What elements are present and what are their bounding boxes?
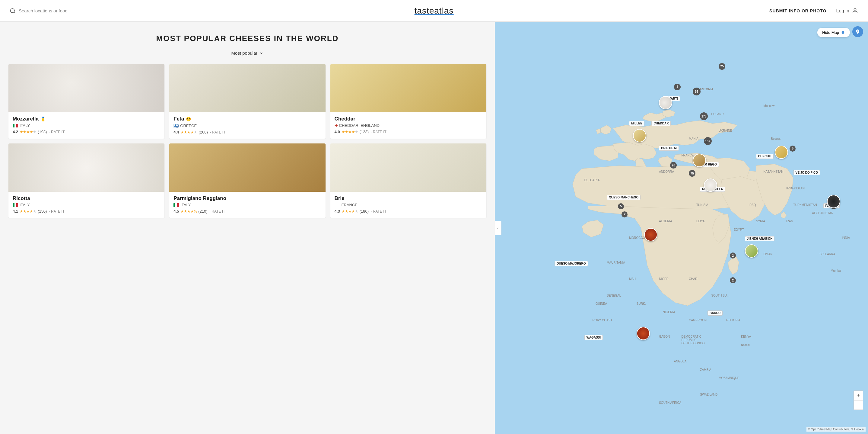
map-panel: ‹ Hide Map [495, 22, 868, 434]
cheese-name: Ricotta [13, 195, 160, 201]
rate-it-link[interactable]: · RATE IT [371, 209, 386, 213]
cheese-origin: ITALY [174, 203, 321, 207]
search-bar[interactable]: Search locations or food [10, 8, 68, 14]
site-logo[interactable]: tasteatlas [414, 6, 454, 16]
left-panel: MOST POPULAR CHEESES IN THE WORLD Most p… [0, 22, 495, 434]
map-img-parm [693, 154, 706, 167]
cheese-origin: ✚ CHEDDAR, ENGLAND [335, 123, 482, 128]
rate-it-link[interactable]: · RATE IT [49, 209, 65, 213]
map-toggle-button[interactable]: ‹ [495, 221, 501, 235]
cheese-card-ricotta[interactable]: Ricotta ITALY 4.1 ★★★★★ (150) · RATE IT [8, 143, 164, 218]
cheese-rating: 4.4 ★★★★★ (260) · RATE IT [174, 130, 321, 135]
logo-text: tasteatlas [414, 6, 454, 16]
svg-line-1 [14, 12, 15, 13]
world-map-svg [495, 22, 868, 434]
cheese-rating: 4.1 ★★★★★ (150) · RATE IT [13, 209, 160, 213]
map-img-jibneh [745, 244, 758, 258]
cheese-card-brie[interactable]: Brie FRANCE 4.3 ★★★★★ (180) · RATE IT [330, 143, 486, 218]
map-img-paneer [827, 195, 840, 208]
rate-it-link[interactable]: · RATE IT [210, 209, 225, 213]
cheese-rating: 4.0 ★★★★★ (123) · RATE IT [335, 129, 482, 134]
location-icon [841, 30, 845, 35]
locate-icon [855, 29, 861, 34]
cheese-origin: 🇬🇷 GREECE [174, 123, 321, 128]
zoom-in-button[interactable]: + [854, 390, 863, 400]
map-img-mozzarella [704, 178, 717, 192]
cheese-card-mozzarella[interactable]: Mozzarella 🥇 ITALY 4.2 ★★★★★ (193) · RAT… [8, 64, 164, 139]
user-icon [852, 7, 858, 14]
map-img-wagassi [637, 327, 650, 340]
main-layout: MOST POPULAR CHEESES IN THE WORLD Most p… [0, 22, 868, 434]
svg-point-2 [854, 8, 856, 10]
search-icon [10, 8, 16, 14]
cheese-rating: 4.2 ★★★★★ (193) · RATE IT [13, 129, 160, 134]
cheese-card-feta[interactable]: Feta 😊 🇬🇷 GREECE 4.4 ★★★★★ (260) · RATE … [169, 64, 325, 139]
login-button[interactable]: Log in [836, 7, 858, 14]
cheese-image [8, 64, 164, 112]
map-attribution: © OpenStreetMap Contributors, © Hoox.ai [806, 427, 866, 432]
map-img-chechil [775, 146, 788, 159]
header-right: SUBMIT INFO OR PHOTO Log in [769, 7, 858, 14]
submit-info-button[interactable]: SUBMIT INFO OR PHOTO [769, 8, 826, 13]
chevron-down-icon [259, 51, 264, 55]
cheese-image [330, 143, 486, 192]
locate-me-button[interactable] [852, 26, 863, 37]
cheese-grid: Mozzarella 🥇 ITALY 4.2 ★★★★★ (193) · RAT… [6, 64, 489, 218]
cheese-image [330, 64, 486, 112]
cheese-image [169, 64, 325, 112]
rate-it-link[interactable]: · RATE IT [371, 130, 386, 134]
cheese-name: Cheddar [335, 116, 482, 122]
rate-it-link[interactable]: · RATE IT [210, 130, 226, 135]
cheese-image [169, 143, 325, 192]
map-img-cheddar [633, 129, 646, 142]
filter-dropdown[interactable]: Most popular [231, 51, 264, 56]
rate-it-link[interactable]: · RATE IT [49, 130, 65, 134]
page-title: MOST POPULAR CHEESES IN THE WORLD [6, 34, 489, 43]
map-zoom-controls: + − [854, 390, 863, 410]
cheese-rating: 4.5 ★★★★½ (210) · RATE IT [174, 209, 321, 213]
search-placeholder: Search locations or food [19, 8, 68, 13]
cheese-card-cheddar[interactable]: Cheddar ✚ CHEDDAR, ENGLAND 4.0 ★★★★★ (12… [330, 64, 486, 139]
filter-bar: Most popular [6, 51, 489, 56]
map-img-havarti [659, 96, 672, 109]
svg-point-0 [10, 8, 14, 12]
map-background: ESTONIA POLAND UKRAINE Moscow Belarus KA… [495, 22, 868, 434]
cheese-origin: ITALY [13, 123, 160, 128]
cheese-name: Parmigiano Reggiano [174, 195, 321, 201]
header: Search locations or food tasteatlas SUBM… [0, 0, 868, 22]
map-img-majorero [644, 228, 657, 241]
cheese-name: Brie [335, 195, 482, 201]
zoom-out-button[interactable]: − [854, 400, 863, 410]
cheese-card-parmigiano-reggiano[interactable]: Parmigiano Reggiano ITALY 4.5 ★★★★½ (210… [169, 143, 325, 218]
cheese-name: Feta 😊 [174, 116, 321, 122]
cheese-name: Mozzarella 🥇 [13, 116, 160, 122]
hide-map-button[interactable]: Hide Map [817, 28, 850, 37]
cheese-rating: 4.3 ★★★★★ (180) · RATE IT [335, 209, 482, 213]
cheese-image [8, 143, 164, 192]
cheese-origin: ITALY [13, 203, 160, 207]
cheese-origin: FRANCE [335, 203, 482, 207]
